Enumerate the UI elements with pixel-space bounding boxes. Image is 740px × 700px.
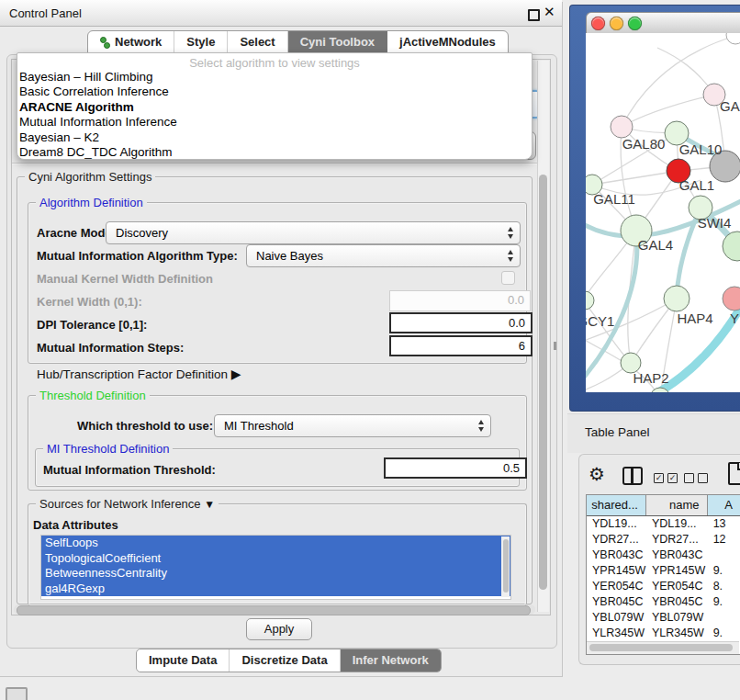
attribute-item-selected[interactable]: BetweennessCentrality <box>41 566 510 581</box>
table-cell[interactable]: 12 <box>708 532 740 548</box>
which-threshold-select[interactable]: MI Threshold <box>214 414 491 437</box>
table-cell[interactable]: YLR345W <box>587 626 646 641</box>
apply-button[interactable]: Apply <box>246 618 312 640</box>
kernel-width-field: 0.0 <box>389 290 531 311</box>
table-cell[interactable]: YDR27... <box>587 532 646 548</box>
vertical-scrollbar-thumb[interactable] <box>539 175 547 590</box>
table-cell[interactable] <box>708 610 740 626</box>
algorithm-option[interactable]: Basic Correlation Inference <box>17 85 532 99</box>
network-node[interactable] <box>726 33 740 44</box>
network-node-label: GAL4 <box>638 237 673 253</box>
float-window-button[interactable] <box>528 9 540 21</box>
table-column-header[interactable]: A <box>708 495 740 515</box>
tab-label: Discretize Data <box>241 649 327 672</box>
table-cell[interactable]: YDL19... <box>646 516 708 532</box>
algorithm-popup-list: Bayesian – Hill ClimbingBasic Correlatio… <box>17 70 532 160</box>
hub-definition-toggle[interactable]: Hub/Transcription Factor Definition ▶ <box>37 367 241 381</box>
table-row[interactable]: YLR345WYLR345W9. <box>587 626 740 641</box>
collapse-down-icon[interactable]: ▼ <box>204 498 215 511</box>
table-cell[interactable]: YBL079W <box>646 610 708 626</box>
stepper-arrows-icon <box>501 245 520 266</box>
checked-boxes-icon[interactable]: ✓ <box>667 473 678 483</box>
table-cell[interactable]: YER054C <box>646 579 708 594</box>
tab-infer-network[interactable]: Infer Network <box>341 649 441 672</box>
threshold-definition-title: Threshold Definition <box>36 389 150 402</box>
tab-network[interactable]: Network <box>88 31 174 53</box>
close-panel-button[interactable]: ✕ <box>544 4 555 20</box>
table-row[interactable]: YPR145WYPR145W9. <box>587 563 740 579</box>
table-cell[interactable]: YDL19... <box>587 516 646 532</box>
minimized-panel-icon[interactable] <box>6 687 28 700</box>
network-canvas[interactable]: GALGAL80GAL10GAL1GAL11SWI4GAL4HAP4YGCY1H… <box>586 33 740 392</box>
algorithm-option[interactable]: Mutual Information Inference <box>17 115 532 130</box>
table-row[interactable]: YBL079WYBL079W <box>587 610 740 626</box>
attribute-item-selected[interactable]: TopologicalCoefficient <box>41 551 510 567</box>
dpi-tolerance-field[interactable]: 0.0 <box>389 312 533 333</box>
split-pane-handle[interactable] <box>554 342 556 350</box>
table-cell[interactable]: YER054C <box>587 579 646 594</box>
data-attributes-list[interactable]: SelfLoopsTopologicalCoefficientBetweenne… <box>40 535 511 600</box>
table-cell[interactable]: YBL079W <box>587 610 646 626</box>
network-node-y[interactable] <box>723 287 740 310</box>
table-row[interactable]: YBR043CYBR043C <box>587 548 740 563</box>
mi-threshold-field[interactable]: 0.5 <box>384 457 527 479</box>
attribute-item-selected[interactable]: SelfLoops <box>41 536 510 551</box>
traffic-light-close[interactable] <box>591 17 605 30</box>
table-horizontal-scrollbar-thumb[interactable] <box>589 644 733 651</box>
unchecked-boxes-icon[interactable] <box>698 473 708 483</box>
algorithm-option[interactable]: Dream8 DC_TDC Algorithm <box>17 145 532 160</box>
table-cell[interactable]: YBR045C <box>646 594 708 610</box>
tab-jactivemnodules[interactable]: jActiveMNodules <box>387 31 508 53</box>
unchecked-boxes-icon[interactable] <box>684 473 694 483</box>
table-row[interactable]: YER054CYER054C8. <box>587 579 740 594</box>
table-cell[interactable]: YPR145W <box>646 563 708 579</box>
traffic-light-zoom[interactable] <box>628 17 642 30</box>
network-view-window[interactable]: GALGAL80GAL10GAL1GAL11SWI4GAL4HAP4YGCY1H… <box>569 5 740 412</box>
traffic-light-minimize[interactable] <box>610 17 623 30</box>
table-column-header[interactable]: name <box>646 495 708 515</box>
network-node-hap4[interactable] <box>664 286 690 311</box>
table-cell[interactable] <box>708 548 740 563</box>
table-cell[interactable]: 9. <box>708 594 740 610</box>
tab-style[interactable]: Style <box>174 31 228 53</box>
algorithm-option[interactable]: Bayesian – K2 <box>17 130 532 145</box>
horizontal-scrollbar-thumb[interactable] <box>17 605 531 615</box>
mi-algorithm-type-select[interactable]: Naive Bayes <box>246 244 521 267</box>
table-panel-title: Table Panel <box>585 425 650 439</box>
table-column-header[interactable]: shared... <box>587 495 646 515</box>
tab-discretize-data[interactable]: Discretize Data <box>230 649 340 672</box>
tab-impute-data[interactable]: Impute Data <box>137 649 230 672</box>
table-cell[interactable]: 9. <box>708 563 740 579</box>
table-row[interactable]: YDL19...YDL19...13 <box>587 516 740 532</box>
algorithm-dropdown-popup: Select algorithm to view settings Bayesi… <box>17 52 533 160</box>
table-cell[interactable]: 9. <box>708 626 740 641</box>
table-cell[interactable]: 8. <box>708 579 740 594</box>
algorithm-option[interactable]: Bayesian – Hill Climbing <box>17 70 532 85</box>
network-node-gal80[interactable] <box>611 116 633 138</box>
tab-cyni-toolbox[interactable]: Cyni Toolbox <box>288 31 387 53</box>
attribute-item-selected[interactable]: gal4RGexp <box>41 581 510 597</box>
control-panel-tab-bar: NetworkStyleSelectCyni ToolboxjActiveMNo… <box>87 30 509 54</box>
checked-boxes-icon[interactable]: ✓ <box>654 473 664 483</box>
algorithm-option[interactable]: ARACNE Algorithm <box>17 100 532 115</box>
aracne-mode-select[interactable]: Discovery <box>106 221 521 244</box>
table-cell[interactable]: YLR345W <box>646 626 708 641</box>
table-row[interactable]: YDR27...YDR27...12 <box>587 532 740 548</box>
table-header-row: shared...nameA <box>587 495 740 516</box>
which-threshold-value: MI Threshold <box>215 419 472 433</box>
table-cell[interactable]: YPR145W <box>587 563 646 579</box>
table-cell[interactable]: 13 <box>708 516 740 532</box>
document-icon[interactable] <box>728 462 740 485</box>
tab-select[interactable]: Select <box>228 31 287 53</box>
table-cell[interactable]: YDR27... <box>646 532 708 548</box>
mi-steps-field[interactable]: 6 <box>389 335 533 356</box>
columns-icon[interactable] <box>622 467 643 485</box>
table-cell[interactable]: YBR043C <box>587 548 646 563</box>
network-node-gcy1[interactable] <box>586 291 594 310</box>
table-cell[interactable]: YBR045C <box>587 594 646 610</box>
list-scrollbar-thumb[interactable] <box>503 539 509 593</box>
table-row[interactable]: YBR045CYBR045C9. <box>587 594 740 610</box>
gear-icon[interactable]: ⚙ <box>589 463 605 485</box>
table-cell[interactable]: YBR043C <box>646 548 708 563</box>
list-scrollbar-track[interactable] <box>501 536 510 597</box>
